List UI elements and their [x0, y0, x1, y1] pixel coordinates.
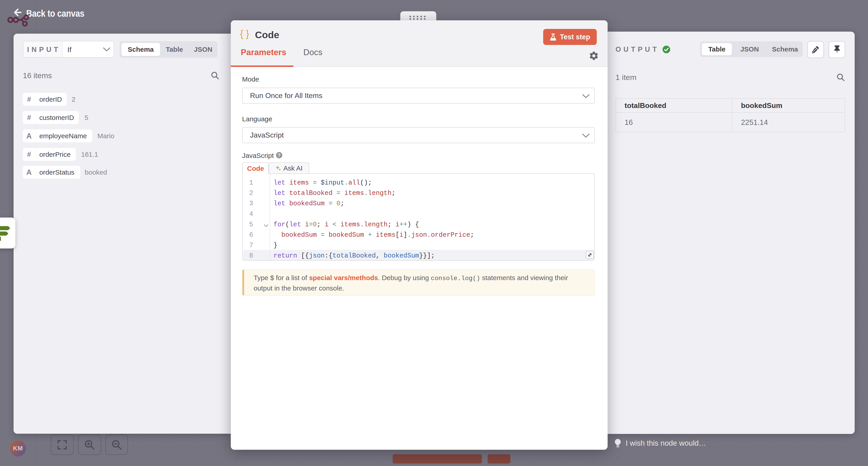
svg-text:?: ?: [278, 153, 281, 158]
